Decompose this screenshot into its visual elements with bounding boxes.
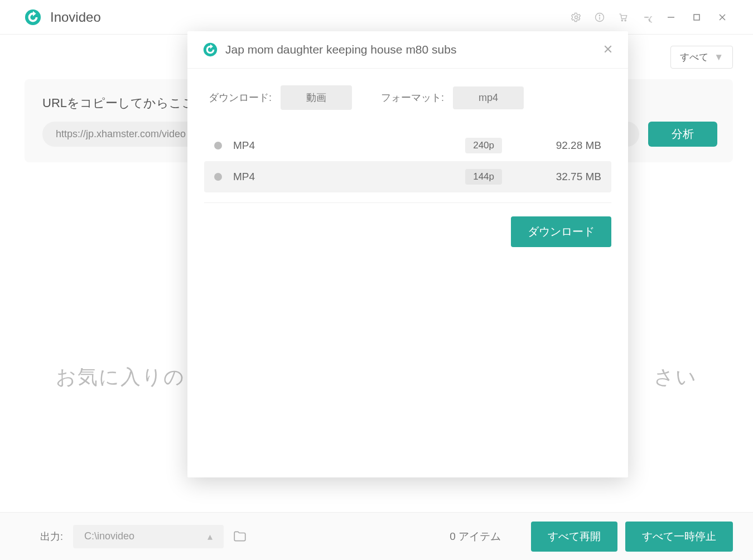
format-row[interactable]: MP4 144p 32.75 MB [204,161,611,192]
format-name: MP4 [233,139,255,152]
info-icon[interactable] [588,6,611,29]
output-path-dropdown[interactable]: C:\inovideo ▴ [73,525,224,548]
resume-all-button[interactable]: すべて再開 [531,522,617,552]
modal-header: Jap mom daughter keeping house m80 subs [187,31,628,69]
close-button[interactable] [709,6,735,29]
radio-icon [214,142,222,149]
pause-all-button[interactable]: すべて一時停止 [625,522,733,552]
output-label: 出力: [40,530,63,543]
svg-point-5 [621,20,622,21]
open-folder-button[interactable] [233,529,247,544]
items-count: 0 アイテム [450,529,501,544]
svg-point-8 [646,17,646,17]
download-type-label: ダウンロード: [209,91,272,104]
svg-point-7 [645,17,645,17]
filter-label: すべて [680,51,708,64]
format-select[interactable]: mp4 [453,86,524,109]
format-name: MP4 [233,171,255,183]
filter-dropdown[interactable]: すべて ▼ [670,46,733,69]
output-path-value: C:\inovideo [84,530,134,542]
feedback-icon[interactable] [635,6,658,29]
maximize-button[interactable] [684,6,709,29]
titlebar: Inovideo [0,0,753,35]
download-button[interactable]: ダウンロード [511,216,611,247]
svg-point-4 [599,15,600,16]
svg-rect-11 [694,15,699,20]
format-resolution: 240p [465,138,502,153]
modal-close-button[interactable] [601,40,615,59]
cart-icon[interactable] [611,6,635,29]
app-logo-icon [25,9,41,26]
modal-options: ダウンロード: 動画 フォーマット: mp4 [204,85,611,130]
chevron-up-icon: ▴ [207,530,213,543]
divider [204,202,611,203]
svg-point-9 [648,17,648,17]
format-size: 32.75 MB [518,171,601,183]
app-name: Inovideo [50,9,101,25]
modal-logo-icon [203,42,218,57]
format-label: フォーマット: [381,91,444,104]
radio-icon [214,173,222,181]
modal-body: ダウンロード: 動画 フォーマット: mp4 MP4 240p 92.28 MB… [187,69,628,192]
modal-title: Jap mom daughter keeping house m80 subs [225,43,601,56]
svg-point-1 [575,16,578,18]
analyze-button[interactable]: 分析 [648,122,717,147]
minimize-button[interactable] [658,6,684,29]
format-row[interactable]: MP4 240p 92.28 MB [204,130,611,161]
download-modal: Jap mom daughter keeping house m80 subs … [187,31,628,477]
format-size: 92.28 MB [518,139,601,152]
format-resolution: 144p [465,169,502,185]
svg-point-6 [625,20,626,21]
download-type-select[interactable]: 動画 [281,85,352,110]
bottom-bar: 出力: C:\inovideo ▴ 0 アイテム すべて再開 すべて一時停止 [0,512,753,560]
settings-icon[interactable] [564,6,588,29]
chevron-down-icon: ▼ [714,52,723,63]
